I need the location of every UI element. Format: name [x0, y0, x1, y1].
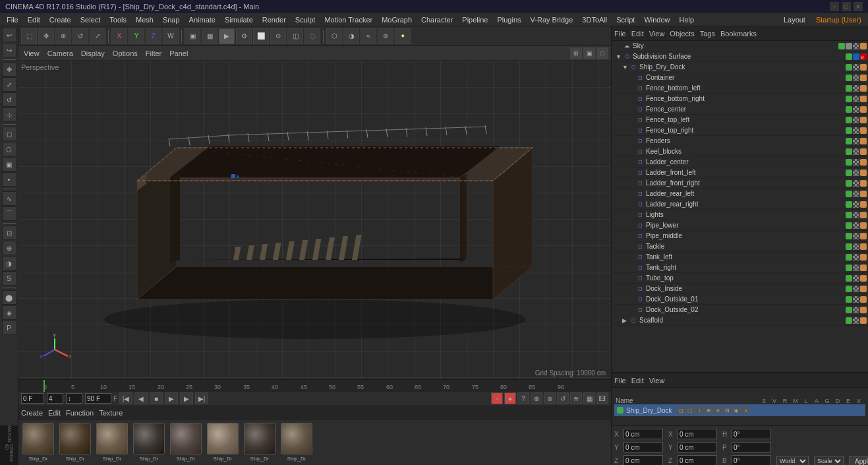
Pipe_middle-tag[interactable] — [860, 233, 867, 239]
obj-y-btn[interactable]: Y — [129, 28, 144, 44]
Dock_Outside_01-vis[interactable] — [846, 296, 852, 303]
Dock_Inside-mat[interactable] — [853, 286, 859, 292]
viewport-3d[interactable]: Perspective — [18, 61, 611, 379]
obj-item-tank-left[interactable]: ◻ Tank_left — [612, 252, 868, 263]
Pipe_middle-vis[interactable] — [846, 233, 852, 239]
material-item-0[interactable]: Ship_Dr — [21, 423, 55, 462]
menu-snap[interactable]: Snap — [159, 15, 184, 25]
obj-item-ladder-rear-right[interactable]: ◻ Ladder_rear_right — [612, 199, 868, 210]
preview-btn[interactable]: ▦ — [583, 392, 595, 404]
edge-tool[interactable]: ⬡ — [2, 142, 16, 156]
axis-tool[interactable]: ⊕ — [2, 241, 16, 255]
current-frame-input[interactable] — [47, 393, 63, 404]
sky-vis-dot[interactable] — [838, 43, 845, 49]
mat-create[interactable]: Create — [21, 409, 43, 417]
Ladder_rear_right-mat[interactable] — [853, 201, 859, 208]
goto-start-btn[interactable]: |◀ — [119, 392, 132, 404]
Ladder_rear_right-vis[interactable] — [846, 201, 852, 208]
objmgr-objects[interactable]: Objects — [670, 30, 694, 38]
minimize-button[interactable]: − — [830, 2, 839, 11]
menu-create[interactable]: Create — [45, 15, 75, 25]
material-item-7[interactable]: Ship_Dr — [279, 423, 314, 462]
Lights-vis[interactable] — [846, 212, 852, 218]
menu-mesh[interactable]: Mesh — [132, 15, 158, 25]
maximize-button[interactable]: □ — [842, 2, 851, 11]
menu-3dtoall[interactable]: 3DToAll — [578, 15, 611, 25]
smooth-btn[interactable]: ◑ — [343, 28, 359, 44]
material-item-5[interactable]: Ship_Dr — [206, 423, 240, 462]
subdiv-btn[interactable] — [853, 53, 859, 60]
Fence_top_right-mat[interactable] — [853, 127, 859, 134]
menu-tools[interactable]: Tools — [105, 15, 130, 25]
Pipe_lower-mat[interactable] — [853, 222, 859, 229]
motion-blur-btn[interactable]: ≋ — [570, 392, 582, 404]
view-menu[interactable]: View — [21, 49, 42, 57]
obj-icon-8[interactable]: × — [741, 407, 749, 414]
obj-item-sky[interactable]: ☁ Sky — [612, 41, 868, 51]
Keel_blocks-vis[interactable] — [846, 148, 852, 155]
Fence_top_left-tag[interactable] — [860, 117, 867, 123]
menu-render[interactable]: Render — [258, 15, 290, 25]
scale-mode-select[interactable]: Scale Size — [814, 456, 844, 465]
loop-btn[interactable]: ↺ — [557, 392, 569, 404]
mat-texture[interactable]: Texture — [99, 409, 123, 417]
point-tool[interactable]: • — [2, 172, 16, 187]
Dock_Outside_01-mat[interactable] — [853, 296, 859, 303]
scale-btn[interactable]: ⊕ — [55, 28, 71, 44]
Ladder_front_right-mat[interactable] — [853, 180, 859, 187]
obj-item-dock-outside-02[interactable]: ◻ Dock_Outside_02 — [612, 305, 868, 315]
material-item-4[interactable]: Ship_Dr — [169, 423, 203, 462]
curve-tool[interactable]: ∿ — [2, 191, 16, 206]
x-pos-input[interactable] — [623, 429, 663, 439]
Dock_Inside-tag[interactable] — [860, 286, 867, 292]
menu-file[interactable]: File — [3, 15, 22, 25]
obj-item-lights[interactable]: ◻ Lights — [612, 210, 868, 220]
selected-object-row[interactable]: Ship_Dry_Dock ◻ ⬚ ↕ ⊕ ≡ ⊡ ◈ × — [614, 404, 865, 416]
Tank_right-tag[interactable] — [860, 264, 867, 271]
obj-item-fence-center[interactable]: ◻ Fence_center — [612, 104, 868, 115]
camera-menu[interactable]: Camera — [45, 49, 76, 57]
sky-tag-dot[interactable] — [860, 43, 867, 49]
apply-btn[interactable]: Apply — [849, 456, 868, 466]
Tank_right-vis[interactable] — [846, 264, 852, 271]
menu-plugins[interactable]: Plugins — [493, 15, 525, 25]
Ladder_front_right-vis[interactable] — [846, 180, 852, 187]
spline-tool[interactable]: ⌒ — [2, 206, 16, 221]
model-tool[interactable]: ◻ — [2, 127, 16, 141]
material-item-3[interactable]: Ship_Dr — [132, 423, 166, 462]
menu-select[interactable]: Select — [76, 15, 105, 25]
Tube_top-vis[interactable] — [846, 275, 852, 282]
obj-item-fence-bottom-left[interactable]: ◻ Fence_bottom_left — [612, 83, 868, 94]
Fence_bottom_left-vis[interactable] — [846, 85, 852, 92]
mat-edit[interactable]: Edit — [48, 409, 61, 417]
Dock_Outside_02-vis[interactable] — [846, 307, 852, 313]
attr-edit[interactable]: Edit — [631, 377, 644, 385]
Dock_Outside_02-mat[interactable] — [853, 307, 859, 313]
Container-tag[interactable] — [860, 75, 867, 81]
Ladder_center-mat[interactable] — [853, 159, 859, 166]
Keel_blocks-tag[interactable] — [860, 148, 867, 155]
frame-rate-input[interactable] — [66, 393, 82, 404]
Fence_center-vis[interactable] — [846, 106, 852, 113]
material-item-2[interactable]: Ship_Dr — [95, 423, 129, 462]
viewport-option1-btn[interactable]: ▣ — [583, 47, 595, 59]
Ladder_rear_right-tag[interactable] — [860, 201, 867, 208]
end-frame-input[interactable] — [85, 393, 111, 404]
objmgr-tags[interactable]: Tags — [700, 30, 715, 38]
Tank_right-mat[interactable] — [853, 264, 859, 271]
scaffold-mat-dot[interactable] — [853, 317, 859, 324]
undo-tool[interactable]: ↩ — [2, 28, 16, 42]
Lights-tag[interactable] — [860, 212, 867, 218]
Fenders-vis[interactable] — [846, 138, 852, 144]
Ladder_center-tag[interactable] — [860, 159, 867, 166]
menu-motion-tracker[interactable]: Motion Tracker — [320, 15, 376, 25]
layout-value[interactable]: Startup (User) — [812, 15, 865, 25]
sky-btn[interactable]: ⊙ — [270, 28, 286, 44]
snap-tool[interactable]: ⊡ — [2, 226, 16, 240]
Fence_center-tag[interactable] — [860, 106, 867, 113]
obj-item-fence-top-right[interactable]: ◻ Fence_top_right — [612, 125, 868, 136]
obj-icon-4[interactable]: ⊕ — [705, 407, 712, 414]
sky-render-dot[interactable] — [846, 43, 852, 49]
obj-item-keel-blocks[interactable]: ◻ Keel_blocks — [612, 146, 868, 157]
obj-icon-3[interactable]: ↕ — [695, 407, 703, 414]
